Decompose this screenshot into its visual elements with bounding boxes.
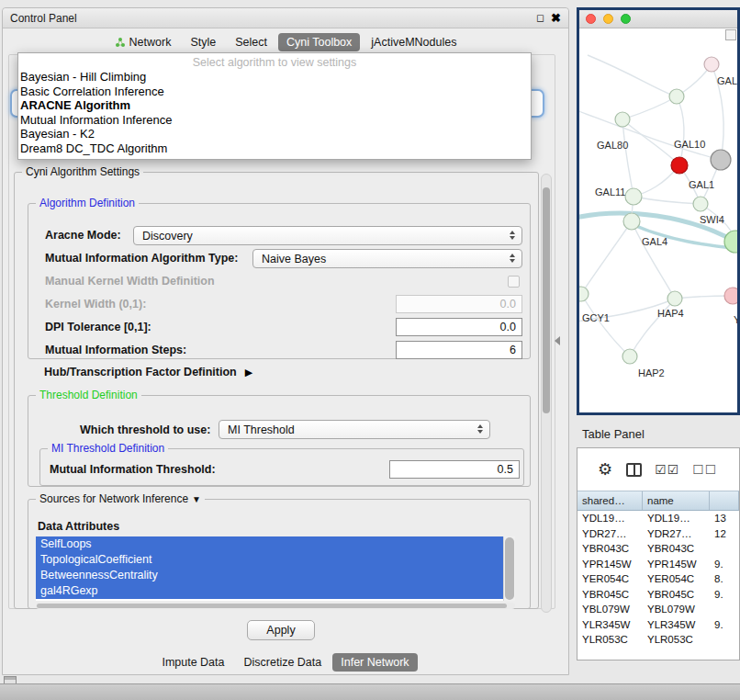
mi-steps-label: Mutual Information Steps: bbox=[45, 344, 186, 356]
cell-value: 9. bbox=[710, 589, 739, 600]
tab-style[interactable]: Style bbox=[182, 33, 224, 51]
table-row[interactable]: YDR27… YDR27… 12 bbox=[577, 526, 739, 542]
aracne-mode-label: Aracne Mode: bbox=[45, 229, 121, 242]
table-row[interactable]: YER054C YER054C 8. bbox=[577, 571, 739, 587]
mi-steps-input[interactable] bbox=[396, 341, 522, 359]
data-attributes-label: Data Attributes bbox=[38, 520, 119, 533]
network-node[interactable] bbox=[625, 188, 642, 205]
mi-threshold-input[interactable] bbox=[389, 460, 520, 479]
network-node[interactable] bbox=[622, 349, 637, 364]
tab-discretize-data[interactable]: Discretize Data bbox=[236, 653, 331, 672]
dpi-tolerance-input[interactable] bbox=[396, 318, 522, 336]
algorithm-option[interactable]: Dream8 DC_TDC Algorithm bbox=[18, 141, 531, 156]
table-row[interactable]: YBR043C YBR043C bbox=[577, 541, 739, 557]
tab-select[interactable]: Select bbox=[227, 33, 275, 51]
algorithm-option[interactable]: ARACNE Algorithm bbox=[18, 98, 531, 113]
network-canvas[interactable]: GALGAL80GAL10GAL11GAL1SWI4GAL4GCY1HAP4YH… bbox=[579, 28, 737, 412]
mi-type-select[interactable]: Naive Bayes bbox=[252, 249, 522, 268]
network-node[interactable] bbox=[671, 157, 688, 174]
tab-jactivemnodules-label: jActiveMNodules bbox=[371, 36, 456, 49]
table-row[interactable]: YPR145W YPR145W 9. bbox=[577, 557, 739, 572]
algorithm-option[interactable]: Bayesian - Hill Climbing bbox=[18, 70, 531, 85]
cell-shared-name: YLR053C bbox=[577, 634, 643, 645]
node-label: HAP2 bbox=[638, 367, 665, 378]
table-row[interactable]: YBR045C YBR045C 9. bbox=[577, 587, 739, 603]
network-node[interactable] bbox=[615, 112, 630, 127]
expanded-arrow-icon[interactable]: ▼ bbox=[192, 494, 201, 504]
kernel-width-input[interactable] bbox=[396, 295, 522, 313]
close-window-button[interactable] bbox=[586, 14, 596, 24]
settings-scrollbar[interactable] bbox=[541, 174, 552, 613]
tab-impute-data[interactable]: Impute Data bbox=[153, 653, 232, 672]
hub-definition-toggle[interactable]: Hub/Transcription Factor Definition ▶ bbox=[44, 366, 252, 378]
tab-infer-network[interactable]: Infer Network bbox=[332, 653, 417, 672]
scrollbar-thumb[interactable] bbox=[543, 187, 550, 413]
cell-value: 8. bbox=[710, 573, 739, 584]
table-row[interactable]: YLR053C YLR053C bbox=[577, 632, 739, 648]
tab-select-label: Select bbox=[235, 36, 267, 49]
sources-group: Sources for Network Inference ▼ Data Att… bbox=[28, 499, 531, 609]
attribute-list-vscrollbar[interactable] bbox=[503, 536, 515, 601]
algorithm-option[interactable]: Bayesian - K2 bbox=[18, 127, 531, 141]
minimize-window-button[interactable] bbox=[603, 14, 613, 24]
columns-icon[interactable] bbox=[626, 463, 642, 477]
attribute-list-item[interactable]: TopologicalCoefficient bbox=[36, 552, 503, 568]
close-panel-button[interactable]: ✖ bbox=[551, 12, 561, 24]
attribute-list-item[interactable]: BetweennessCentrality bbox=[36, 568, 503, 583]
which-threshold-select[interactable]: MI Threshold bbox=[219, 420, 490, 439]
panel-collapse-arrow[interactable] bbox=[555, 336, 560, 345]
which-threshold-label: Which threshold to use: bbox=[80, 423, 210, 436]
algorithm-option[interactable]: Mutual Information Inference bbox=[18, 113, 531, 128]
network-node[interactable] bbox=[669, 89, 684, 104]
gear-icon[interactable]: ⚙ bbox=[598, 459, 613, 480]
zoom-window-button[interactable] bbox=[621, 14, 631, 24]
column-header[interactable]: shared… bbox=[577, 491, 643, 510]
sources-title-text: Sources for Network Inference bbox=[39, 492, 188, 505]
column-header-label: shared… bbox=[582, 495, 625, 506]
network-node[interactable] bbox=[693, 197, 708, 211]
algorithm-option[interactable]: Basic Correlation Inference bbox=[18, 85, 531, 99]
apply-button[interactable]: Apply bbox=[247, 620, 315, 640]
table-row[interactable]: YBL079W YBL079W bbox=[577, 602, 739, 617]
column-header[interactable] bbox=[710, 491, 739, 510]
mi-type-value: Naive Bayes bbox=[262, 253, 326, 265]
network-node[interactable] bbox=[711, 150, 731, 170]
network-window-titlebar[interactable] bbox=[579, 10, 737, 28]
manual-kernel-checkbox[interactable] bbox=[508, 276, 520, 288]
cell-shared-name: YDR27… bbox=[577, 528, 643, 539]
table-panel-window: ⚙ ☑☑ ☐☐ shared… name YDL19… YDL19… 13 bbox=[577, 447, 740, 660]
aracne-mode-select[interactable]: Discovery bbox=[133, 226, 522, 245]
table-row[interactable]: YDL19… YDL19… 13 bbox=[577, 511, 739, 526]
attribute-list-hscrollbar[interactable] bbox=[36, 603, 515, 609]
network-node[interactable] bbox=[623, 213, 640, 230]
network-node[interactable] bbox=[724, 288, 737, 304]
network-node[interactable] bbox=[579, 287, 589, 301]
tab-network[interactable]: Network bbox=[107, 33, 180, 51]
column-header[interactable]: name bbox=[643, 491, 710, 510]
attribute-list-item[interactable]: SelfLoops bbox=[36, 536, 503, 552]
select-all-checkboxes-icon[interactable]: ☑☑ bbox=[655, 462, 679, 477]
cell-shared-name: YDL19… bbox=[577, 513, 643, 524]
network-node[interactable] bbox=[724, 231, 737, 253]
aracne-mode-value: Discovery bbox=[142, 230, 193, 243]
tab-style-label: Style bbox=[190, 36, 216, 49]
control-panel-titlebar[interactable]: Control Panel ◻ ✖ bbox=[3, 8, 568, 28]
scrollbar-thumb[interactable] bbox=[37, 604, 507, 608]
scrollbar-thumb[interactable] bbox=[505, 537, 514, 600]
float-panel-button[interactable]: ◻ bbox=[536, 13, 544, 23]
tab-discretize-data-label: Discretize Data bbox=[244, 656, 322, 669]
cell-shared-name: YBR045C bbox=[577, 589, 643, 600]
tab-jactivemnodules[interactable]: jActiveMNodules bbox=[363, 33, 465, 51]
network-node[interactable] bbox=[704, 57, 719, 72]
kernel-width-label: Kernel Width (0,1): bbox=[45, 298, 146, 310]
node-label: Y bbox=[734, 314, 737, 325]
mi-type-label: Mutual Information Algorithm Type: bbox=[45, 252, 238, 265]
algorithm-dropdown-popup: Select algorithm to view settings Bayesi… bbox=[17, 52, 532, 160]
table-row[interactable]: YLR345W YLR345W 9. bbox=[577, 617, 739, 633]
tab-cyni-toolbox[interactable]: Cyni Toolbox bbox=[278, 33, 360, 51]
network-node[interactable] bbox=[667, 291, 682, 306]
deselect-all-checkboxes-icon[interactable]: ☐☐ bbox=[692, 462, 717, 477]
algorithm-option-label: Bayesian - Hill Climbing bbox=[20, 70, 146, 84]
canvas-corner-widget[interactable] bbox=[725, 29, 736, 40]
attribute-list-item[interactable]: gal4RGexp bbox=[36, 583, 503, 599]
